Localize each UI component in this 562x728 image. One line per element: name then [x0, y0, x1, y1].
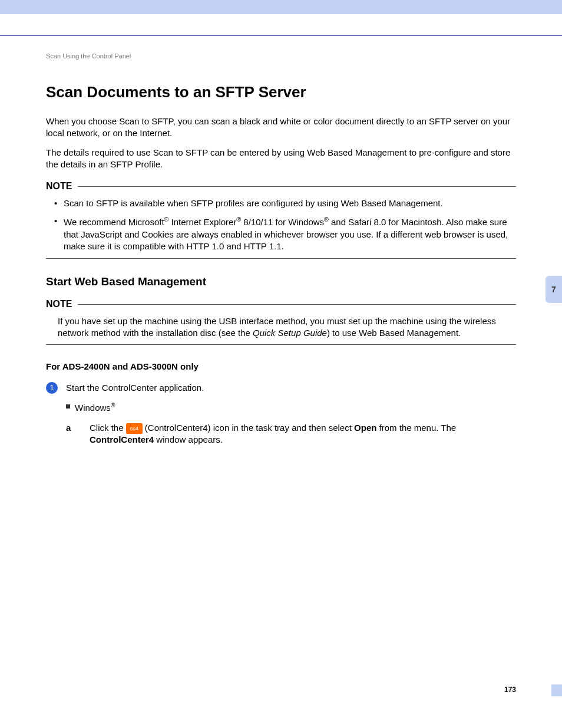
note-label: NOTE	[46, 299, 78, 309]
step-number-icon: 1	[46, 382, 58, 394]
step-1-text: Start the ControlCenter application.	[66, 382, 516, 394]
chapter-tab: 7	[546, 276, 562, 303]
note-close-rule	[46, 258, 516, 259]
step-1: 1 Start the ControlCenter application.	[46, 382, 516, 394]
page-title: Scan Documents to an SFTP Server	[46, 83, 516, 101]
bullet-icon: •	[54, 215, 64, 252]
note-1-item-1-text: Scan to SFTP is available when SFTP prof…	[64, 197, 443, 209]
note-close-rule	[46, 344, 516, 345]
note-1-list: • Scan to SFTP is available when SFTP pr…	[46, 197, 516, 252]
note-2-body: If you have set up the machine using the…	[46, 315, 516, 340]
quick-setup-guide-ref: Quick Setup Guide	[253, 328, 327, 338]
registered-icon: ®	[236, 216, 241, 223]
page-content: Scan Using the Control Panel Scan Docume…	[0, 36, 562, 446]
section-title: Start Web Based Management	[46, 275, 516, 288]
breadcrumb: Scan Using the Control Panel	[46, 52, 516, 60]
intro-paragraph-1: When you choose Scan to SFTP, you can sc…	[46, 116, 516, 140]
note-heading-2: NOTE	[46, 299, 516, 309]
page-number: 173	[504, 686, 516, 694]
substep-label: a	[66, 422, 90, 446]
bullet-icon: •	[54, 197, 64, 209]
note-rule	[78, 186, 516, 187]
controlcenter4-label: ControlCenter4	[90, 434, 154, 444]
note-heading-1: NOTE	[46, 181, 516, 192]
registered-icon: ®	[324, 216, 329, 223]
note-1-item-1: • Scan to SFTP is available when SFTP pr…	[54, 197, 516, 209]
registered-icon: ®	[111, 401, 115, 409]
controlcenter-icon: cc4	[126, 423, 143, 434]
substep-a: a Click the cc4 (ControlCenter4) icon in…	[66, 422, 516, 446]
note-1-item-2-text: We recommend Microsoft® Internet Explore…	[64, 215, 516, 252]
platform-windows: Windows®	[66, 401, 516, 414]
page-number-tab	[551, 684, 562, 696]
note-label: NOTE	[46, 181, 78, 192]
note-1-item-2: • We recommend Microsoft® Internet Explo…	[54, 215, 516, 252]
square-bullet-icon	[66, 404, 70, 409]
note-rule	[78, 304, 516, 305]
intro-paragraph-2: The details required to use Scan to SFTP…	[46, 147, 516, 171]
models-heading: For ADS-2400N and ADS-3000N only	[46, 361, 516, 371]
open-menu-label: Open	[354, 423, 376, 433]
header-bar	[0, 0, 562, 14]
substep-a-body: Click the cc4 (ControlCenter4) icon in t…	[90, 422, 516, 446]
